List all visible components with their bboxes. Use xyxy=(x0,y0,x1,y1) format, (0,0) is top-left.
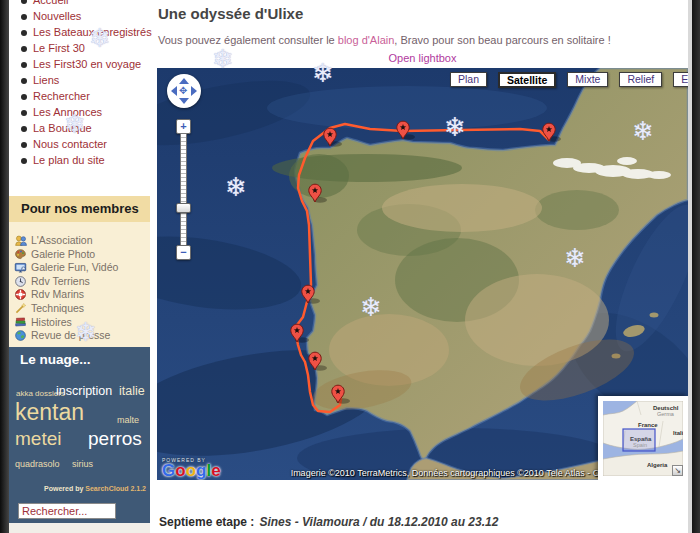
lightbox-row: Open lightbox xyxy=(157,52,688,64)
cloud-tag-metei[interactable]: metei xyxy=(15,429,61,448)
map-container[interactable]: ✥ + − PlanSatelliteMixteReliefEarth POWE… xyxy=(157,68,688,480)
member-item-label: Rdv Marins xyxy=(31,288,84,300)
pan-left-icon[interactable] xyxy=(171,86,177,96)
sidebar-menu: AccueilNouvellesLes Bateaux enregistrésL… xyxy=(9,0,150,168)
pan-up-icon[interactable] xyxy=(179,78,189,84)
zoom-out-button[interactable]: − xyxy=(176,245,191,260)
inset-collapse-button[interactable]: ↘ xyxy=(672,465,683,476)
overview-inset-map[interactable]: DeutschlGermaFranceItaliEspañaSpainAlger… xyxy=(598,396,688,480)
cloud-tag-inscription[interactable]: inscription xyxy=(56,385,112,398)
sidebar-item-les-bateaux-enregistr-s[interactable]: Les Bateaux enregistrés xyxy=(9,24,150,40)
page: AccueilNouvellesLes Bateaux enregistrésL… xyxy=(0,0,700,533)
pan-down-icon[interactable] xyxy=(179,98,189,104)
sidebar-item-les-annonces[interactable]: Les Annonces xyxy=(9,104,150,120)
map-type-relief[interactable]: Relief xyxy=(619,72,662,87)
zoom-slider-handle[interactable] xyxy=(176,203,191,213)
sidebar-item-nous-contacter[interactable]: Nous contacter xyxy=(9,136,150,152)
bullet-icon xyxy=(21,158,27,164)
people-icon xyxy=(14,234,27,247)
members-panel-title: Pour nos membres xyxy=(9,196,150,222)
wand-icon xyxy=(14,302,27,315)
cloud-tag-sirius[interactable]: sirius xyxy=(72,460,93,469)
search-input[interactable] xyxy=(18,503,116,519)
member-item-label: Histoires xyxy=(31,316,72,328)
bullet-icon xyxy=(21,94,27,100)
member-item-rdv-terriens[interactable]: Rdv Terriens xyxy=(9,275,150,289)
pan-right-icon[interactable] xyxy=(191,86,197,96)
members-panel: Pour nos membres L'AssociationGalerie Ph… xyxy=(9,196,150,347)
inset-label-germa: Germa xyxy=(657,412,674,418)
bullet-icon xyxy=(21,46,27,52)
sidebar-item-la-boutique[interactable]: La Boutique xyxy=(9,120,150,136)
sidebar-item-label: Nouvelles xyxy=(33,10,81,22)
member-item-galerie-photo[interactable]: Galerie Photo xyxy=(9,248,150,262)
cloud-tag-italie[interactable]: italie xyxy=(119,385,145,398)
video-icon xyxy=(14,261,27,274)
sidebar-item-label: Liens xyxy=(33,74,59,86)
overview-inset-inner: DeutschlGermaFranceItaliEspañaSpainAlger… xyxy=(603,401,683,476)
sidebar-item-label: Rechercher xyxy=(33,90,90,102)
sidebar-item-label: Nous contacter xyxy=(33,138,107,150)
sidebar-item-label: La Boutique xyxy=(33,122,92,134)
member-item-techniques[interactable]: Techniques xyxy=(9,302,150,316)
bullet-icon xyxy=(21,62,27,68)
sidebar-item-liens[interactable]: Liens xyxy=(9,72,150,88)
zoom-slider-track[interactable] xyxy=(180,133,187,247)
open-lightbox-link[interactable]: Open lightbox xyxy=(389,52,457,64)
intro-post: , Bravo pour son beau parcours en solita… xyxy=(394,34,610,46)
sidebar-item-le-first-30[interactable]: Le First 30 xyxy=(9,40,150,56)
map-type-buttons: PlanSatelliteMixteReliefEarth xyxy=(450,72,688,88)
books-icon xyxy=(14,316,27,329)
cloud-tag-akka[interactable]: akka xyxy=(16,390,33,398)
page-right-edge-dark xyxy=(692,0,700,533)
sidebar-item-label: Accueil xyxy=(33,0,68,6)
intro-pre: Vous pouvez également consulter le xyxy=(158,34,338,46)
pan-hand-icon[interactable]: ✥ xyxy=(179,85,188,96)
map-type-earth[interactable]: Earth xyxy=(673,72,688,87)
member-item-label: Galerie Photo xyxy=(31,248,95,260)
tag-cloud-title: Le nuage... xyxy=(20,352,91,367)
zoom-in-button[interactable]: + xyxy=(176,119,191,134)
map-type-plan[interactable]: Plan xyxy=(450,72,487,87)
sidebar-item-accueil[interactable]: Accueil xyxy=(9,0,150,8)
page-title: Une odyssée d'Ulixe xyxy=(158,5,303,22)
map-pan-control[interactable]: ✥ xyxy=(167,74,201,108)
member-item-l-association[interactable]: L'Association xyxy=(9,234,150,248)
member-item-revue-de-presse[interactable]: Revue de presse xyxy=(9,329,150,343)
cloud-tag-malte[interactable]: malte xyxy=(117,416,139,425)
inset-label-spain: Spain xyxy=(633,443,647,449)
bullet-icon xyxy=(21,78,27,84)
sidebar-item-les-first30-en-voyage[interactable]: Les First30 en voyage xyxy=(9,56,150,72)
google-logo-letter: e xyxy=(211,461,220,480)
member-item-rdv-marins[interactable]: Rdv Marins xyxy=(9,288,150,302)
map-type-mixte[interactable]: Mixte xyxy=(567,72,608,87)
stage-info: Septieme etape :Sines - Vilamoura / du 1… xyxy=(159,515,498,529)
intro-text: Vous pouvez également consulter le blog … xyxy=(158,34,611,46)
cloud-tag-quadrasolo[interactable]: quadrasolo xyxy=(15,460,60,469)
lifebuoy-icon xyxy=(14,288,27,301)
sidebar-item-label: Le plan du site xyxy=(33,154,105,166)
sidebar-item-nouvelles[interactable]: Nouvelles xyxy=(9,8,150,24)
cloud-tag-kentan[interactable]: kentan xyxy=(15,401,84,424)
sidebar-item-rechercher[interactable]: Rechercher xyxy=(9,88,150,104)
bullet-icon xyxy=(21,142,27,148)
bullet-icon xyxy=(21,0,27,4)
map-type-satellite[interactable]: Satellite xyxy=(498,72,556,88)
powered-prefix: Powered by xyxy=(44,485,85,492)
sidebar-item-label: Les Bateaux enregistrés xyxy=(33,26,152,38)
cloud-tag-perros[interactable]: perros xyxy=(88,429,142,448)
google-logo-letter: o xyxy=(186,461,196,480)
sidebar-item-le-plan-du-site[interactable]: Le plan du site xyxy=(9,152,150,168)
member-item-histoires[interactable]: Histoires xyxy=(9,316,150,330)
powered-by-text: Powered by SearchCloud 2.1.2 xyxy=(44,485,146,492)
google-logo-letter: G xyxy=(162,461,175,480)
google-logo-letters: Google xyxy=(162,463,221,478)
members-list: L'AssociationGalerie PhotoGalerie Fun, V… xyxy=(9,234,150,343)
member-item-galerie-fun-vid-o[interactable]: Galerie Fun, Vidéo xyxy=(9,261,150,275)
blog-link[interactable]: blog d'Alain xyxy=(338,34,395,46)
inset-label-france: France xyxy=(638,422,658,428)
google-logo-letter: g xyxy=(196,461,206,480)
google-logo[interactable]: POWERED BY Google xyxy=(162,457,221,478)
member-item-label: L'Association xyxy=(31,234,93,246)
inset-label-algeria: Algeria xyxy=(647,462,667,468)
